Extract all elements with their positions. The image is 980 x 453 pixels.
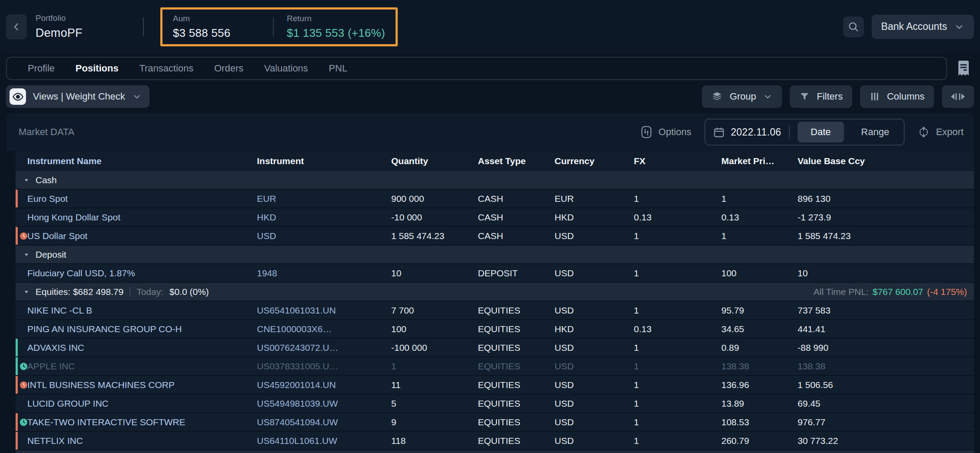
table-row[interactable]: TAKE-TWO INTERACTIVE SOFTWREUS8740541094…: [16, 413, 974, 432]
status-bar: [16, 413, 18, 431]
views-label: Views | Weight Check: [33, 91, 125, 102]
market-data-title: Market DATA: [19, 126, 75, 138]
collapse-triangle-icon[interactable]: [23, 252, 29, 258]
cell-name: Euro Spot: [16, 194, 257, 204]
table-row[interactable]: APPLE INCUS0378331005.U…1EQUITIESUSD1138…: [16, 357, 974, 376]
eye-icon: [10, 88, 26, 105]
tab-profile[interactable]: Profile: [28, 63, 55, 74]
all-time-pnl: All Time PNL:$767 600.07(-4 175%): [814, 287, 967, 297]
cell-value: 737 583: [798, 305, 974, 316]
column-header-value-base-ccy[interactable]: Value Base Ccy: [798, 156, 974, 166]
cell-instrument: US5494981039.UW: [257, 398, 391, 409]
collapse-panes-button[interactable]: [942, 85, 974, 108]
group-row[interactable]: Deposit: [16, 246, 974, 264]
chevron-down-icon: [954, 22, 964, 32]
table-row[interactable]: PING AN INSURANCE GROUP CO-HCNE1000003X6…: [16, 320, 974, 339]
topbar-divider: [143, 17, 144, 36]
column-header-quantity[interactable]: Quantity: [391, 156, 478, 166]
cell-currency: USD: [555, 343, 634, 353]
cell-market-price: 0.89: [721, 343, 798, 353]
table-row[interactable]: Fiduciary Call USD, 1.87%194810DEPOSITUS…: [16, 264, 974, 283]
bank-accounts-dropdown[interactable]: Bank Accounts: [872, 15, 974, 39]
cell-fx: 1: [634, 398, 721, 409]
cell-instrument: US4592001014.UN: [257, 380, 391, 390]
return-value: $1 135 553 (+16%): [287, 26, 385, 40]
cell-instrument: US64110L1061.UW: [257, 436, 391, 446]
cell-asset-type: EQUITIES: [478, 343, 555, 353]
table-body: CashEuro SpotEUR900 000CASHEUR11896 130H…: [16, 171, 974, 453]
table-row[interactable]: LUCID GROUP INCUS5494981039.UW5EQUITIESU…: [16, 395, 974, 413]
range-mode-toggle[interactable]: Range: [850, 122, 901, 142]
cell-asset-type: EQUITIES: [478, 361, 555, 372]
cell-market-price: 95.79: [721, 305, 798, 316]
cell-fx: 1: [634, 436, 721, 446]
cell-fx: 1: [634, 343, 721, 353]
cell-quantity: 900 000: [391, 194, 478, 204]
columns-label: Columns: [887, 91, 925, 102]
cell-currency: USD: [555, 417, 634, 427]
tab-transactions[interactable]: Transactions: [139, 63, 193, 74]
cell-asset-type: EQUITIES: [478, 417, 555, 427]
views-dropdown[interactable]: Views | Weight Check: [6, 85, 149, 108]
market-data-toolbar: Market DATA Options 2022.11.06 Date Rang…: [6, 113, 974, 151]
status-bar: [16, 432, 18, 450]
date-picker-value[interactable]: 2022.11.06: [731, 126, 781, 138]
collapse-triangle-icon[interactable]: [23, 289, 29, 295]
cell-quantity: 5: [391, 398, 478, 409]
collapse-triangle-icon[interactable]: [23, 177, 29, 183]
table-row[interactable]: Euro SpotEUR900 000CASHEUR11896 130: [16, 190, 974, 208]
tab-pnl[interactable]: PNL: [329, 63, 347, 74]
export-button[interactable]: Export: [918, 126, 964, 138]
table-row[interactable]: INTL BUSINESS MACHINES CORPUS4592001014.…: [16, 376, 974, 395]
column-header-market-price[interactable]: Market Pri…: [721, 156, 798, 166]
stat-divider: [273, 17, 274, 36]
back-button[interactable]: [6, 14, 27, 39]
search-button[interactable]: [843, 16, 864, 37]
column-header-instrument[interactable]: Instrument: [257, 156, 391, 166]
cell-instrument: USD: [257, 231, 391, 241]
cell-asset-type: CASH: [478, 194, 555, 204]
group-row[interactable]: Equities: $682 498.79Today:$0.0 (0%)All …: [16, 283, 974, 301]
notes-button[interactable]: [953, 58, 974, 79]
column-header-instrument-name[interactable]: Instrument Name: [16, 156, 257, 166]
cell-value: 441.41: [798, 324, 974, 334]
options-button[interactable]: Options: [640, 126, 691, 139]
table-header: Instrument Name Instrument Quantity Asse…: [16, 151, 974, 171]
cell-value: 976.77: [798, 417, 974, 427]
cell-name: Fiduciary Call USD, 1.87%: [16, 268, 257, 278]
table-row[interactable]: Hong Kong Dollar SpotHKD-10 000CASHHKD0.…: [16, 208, 974, 227]
cell-instrument: HKD: [257, 212, 391, 223]
cell-asset-type: EQUITIES: [478, 324, 555, 334]
filters-button[interactable]: Filters: [790, 85, 852, 108]
group-row[interactable]: Cash: [16, 171, 974, 190]
status-bar: [16, 227, 18, 245]
columns-button[interactable]: Columns: [860, 85, 934, 108]
cell-market-price: 0.13: [721, 212, 798, 223]
status-bar: [16, 339, 18, 356]
options-label: Options: [659, 126, 691, 138]
cell-fx: 1: [634, 417, 721, 427]
table-row[interactable]: ADVAXIS INCUS0076243072.U…-100 000EQUITI…: [16, 339, 974, 357]
cell-name: Hong Kong Dollar Spot: [16, 212, 257, 223]
column-header-fx[interactable]: FX: [634, 156, 721, 166]
cell-fx: 1: [634, 305, 721, 316]
table-row[interactable]: NIKE INC -CL BUS6541061031.UN7 700EQUITI…: [16, 301, 974, 320]
group-button[interactable]: Group: [702, 85, 782, 108]
table-row[interactable]: US Dollar SpotUSD1 585 474.23CASHUSD111 …: [16, 227, 974, 246]
date-mode-toggle[interactable]: Date: [798, 122, 844, 142]
tab-orders[interactable]: Orders: [214, 63, 243, 74]
cell-market-price: 1: [721, 231, 798, 241]
tab-positions[interactable]: Positions: [75, 63, 118, 74]
table-row[interactable]: NETFLIX INCUS64110L1061.UW118EQUITIESUSD…: [16, 432, 974, 450]
cell-asset-type: EQUITIES: [478, 436, 555, 446]
cell-currency: HKD: [555, 212, 634, 223]
cell-currency: USD: [555, 268, 634, 278]
receipt-icon: [956, 59, 971, 78]
column-header-currency[interactable]: Currency: [555, 156, 634, 166]
column-header-asset-type[interactable]: Asset Type: [478, 156, 555, 166]
group-label: Equities: $682 498.79: [36, 287, 123, 297]
cell-instrument: CNE1000003X6…: [257, 324, 391, 334]
tab-valuations[interactable]: Valuations: [264, 63, 308, 74]
cell-market-price: 100: [721, 268, 798, 278]
filter-icon: [799, 91, 810, 102]
